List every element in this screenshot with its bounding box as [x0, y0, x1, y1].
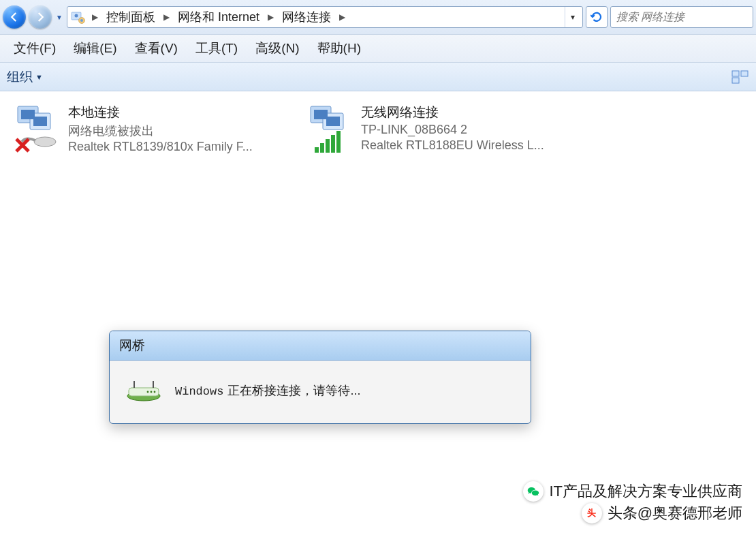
dialog-title: 网桥 [110, 331, 531, 361]
menu-view[interactable]: 查看(V) [128, 37, 185, 60]
connection-title: 本地连接 [68, 104, 253, 121]
organize-button[interactable]: 组织 ▼ [7, 68, 43, 86]
watermark-line-1: IT产品及解决方案专业供应商 [523, 481, 742, 502]
svg-rect-5 [741, 71, 748, 76]
svg-rect-6 [732, 78, 739, 83]
search-input[interactable]: 搜索 网络连接 [610, 6, 753, 28]
menu-help[interactable]: 帮助(H) [311, 37, 368, 60]
view-options-button[interactable] [731, 70, 749, 84]
connections-list: 本地连接 网络电缆被拔出 Realtek RTL8139/810x Family… [0, 91, 756, 166]
dialog-text: 正在桥接连接，请等待... [227, 384, 360, 397]
menu-advanced[interactable]: 高级(N) [249, 37, 306, 60]
connection-title: 无线网络连接 [361, 104, 544, 121]
svg-point-27 [147, 391, 149, 393]
refresh-button[interactable] [586, 6, 608, 28]
breadcrumb-separator: ▶ [161, 12, 172, 22]
nav-row: ▼ ▶ 控制面板 ▶ 网络和 Internet ▶ 网络连接 ▶ ▾ 搜索 网络… [0, 0, 756, 34]
svg-rect-16 [314, 110, 328, 119]
svg-point-1 [75, 14, 78, 18]
svg-rect-17 [326, 117, 340, 126]
lan-icon [12, 104, 61, 154]
dialog-message: Windows正在桥接连接，请等待... [175, 382, 360, 399]
breadcrumb-separator: ▶ [336, 12, 348, 22]
svg-rect-21 [331, 135, 335, 153]
connection-adapter: Realtek RTL8188EU Wireless L... [361, 138, 544, 153]
menu-file[interactable]: 文件(F) [7, 37, 63, 60]
svg-rect-10 [33, 117, 47, 126]
breadcrumb-separator: ▶ [89, 12, 101, 22]
forward-button[interactable] [29, 5, 52, 29]
search-placeholder: 搜索 网络连接 [616, 10, 684, 25]
breadcrumb-item[interactable]: 控制面板 [104, 7, 158, 27]
svg-rect-19 [320, 143, 324, 153]
wechat-icon [523, 481, 544, 502]
connection-item-wlan[interactable]: 无线网络连接 TP-LINK_08B664 2 Realtek RTL8188E… [298, 98, 591, 159]
address-dropdown[interactable]: ▾ [565, 7, 580, 27]
location-icon [70, 9, 86, 25]
svg-point-29 [154, 391, 156, 393]
breadcrumb-item[interactable]: 网络和 Internet [175, 7, 262, 27]
connection-status: 网络电缆被拔出 [68, 123, 253, 138]
organize-label: 组织 [7, 68, 33, 86]
bridge-dialog: 网桥 Windows正在桥接连接，请等待... [109, 331, 531, 424]
address-bar[interactable]: ▶ 控制面板 ▶ 网络和 Internet ▶ 网络连接 ▶ ▾ [67, 6, 583, 28]
menu-edit[interactable]: 编辑(E) [67, 37, 123, 60]
watermark-text-2: 头条@奥赛德邢老师 [608, 503, 742, 523]
svg-point-28 [151, 391, 153, 393]
svg-rect-22 [336, 131, 341, 153]
toolbar: 组织 ▼ [0, 63, 756, 91]
menu-tools[interactable]: 工具(T) [189, 37, 245, 60]
breadcrumb-item[interactable]: 网络连接 [279, 7, 334, 27]
watermark-text-1: IT产品及解决方案专业供应商 [549, 481, 742, 502]
menubar: 文件(F) 编辑(E) 查看(V) 工具(T) 高级(N) 帮助(H) [0, 34, 756, 63]
connection-item-lan[interactable]: 本地连接 网络电缆被拔出 Realtek RTL8139/810x Family… [5, 98, 298, 159]
svg-rect-20 [326, 139, 330, 153]
svg-point-3 [80, 19, 83, 22]
history-dropdown[interactable]: ▼ [54, 14, 64, 21]
svg-rect-4 [732, 71, 739, 76]
connection-status: TP-LINK_08B664 2 [361, 123, 544, 137]
router-icon [125, 380, 163, 401]
dialog-app-name: Windows [175, 385, 223, 398]
connection-adapter: Realtek RTL8139/810x Family F... [68, 140, 253, 154]
toutiao-icon: 头 [582, 503, 602, 523]
back-button[interactable] [3, 5, 26, 29]
breadcrumb-separator: ▶ [265, 12, 277, 22]
wlan-icon [305, 104, 354, 154]
svg-rect-18 [315, 147, 319, 153]
svg-point-11 [34, 137, 56, 147]
watermark-line-2: 头 头条@奥赛德邢老师 [582, 503, 742, 523]
svg-rect-9 [21, 110, 35, 119]
